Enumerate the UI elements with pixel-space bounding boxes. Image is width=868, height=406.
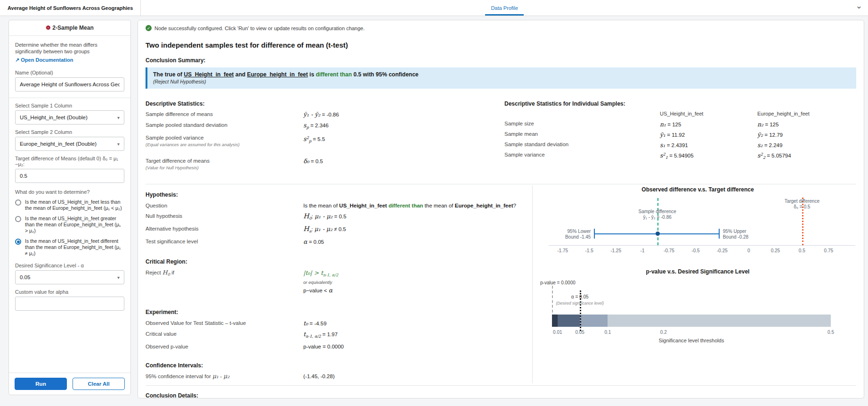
pvalue-vs-significance-chart: p-value v.s. Desired Significance Levelp… [539,268,856,348]
sample2-select[interactable]: Europe_height_in_feet (Double) ▾ [15,137,124,151]
table-row: Sample standard deviation s₁ = 2.4391 s₂… [504,141,856,149]
observed-vs-target-chart: Observed difference v.s. Target differen… [539,186,856,258]
critical-region-heading: Critical Region: [146,258,521,265]
results-panel: ✓ Node successfully configured. Click 'R… [138,20,864,398]
custom-alpha-label: Custom value for alpha [15,289,124,295]
open-documentation-link[interactable]: ↗ Open Documentation [15,57,73,63]
run-button[interactable]: Run [15,378,67,390]
descriptive-statistics: Descriptive Statistics: Sample differenc… [146,100,504,174]
radio-selected-icon [15,239,21,245]
summary-line: The true of US_Height_in_feet and Europe… [153,71,851,78]
test-details: Hypothesis: Question Is the mean of US_H… [146,185,533,383]
critical-rule: |t₀| > tn-1, α/2 [303,269,338,279]
conclusion-details: Conclusion Details: Since the absolute v… [146,392,856,398]
form-footer: Run Clear All [9,373,130,395]
analysis-section: Hypothesis: Question Is the mean of US_H… [146,185,856,383]
page-body: ❁2-Sample Mean Determine whether the mea… [0,16,868,398]
radio-icon [15,199,21,206]
hypothesis-row: Null hypothesis H0: μ₁ - μ₂ = 0.5 [146,213,521,222]
individual-samples-statistics: Descriptive Statistics for Individual Sa… [504,100,856,174]
confidence-interval-row: 95% confidence interval for μ₁ - μ₂ (-1.… [146,373,521,380]
critical-pvalue-rule: p−value < α [303,287,338,294]
radio-option-less-than[interactable]: Is the mean of US_Height_in_feet less th… [15,199,124,211]
tab-strip: Data Profile [141,0,868,16]
conclusion-summary-label: Conclusion Summary: [146,57,856,64]
radio-option-different-than[interactable]: Is the mean of US_Height_in_feet differe… [15,238,124,257]
chevron-down-icon: ▾ [117,275,120,280]
custom-alpha-input[interactable] [15,297,124,311]
hypothesis-row: Question Is the mean of US_Height_in_fee… [146,202,521,209]
column-headers: US_Height_in_feet Europe_height_in_feet [504,111,856,116]
conclusion-summary-box: The true of US_Height_in_feet and Europe… [146,67,856,89]
stat-row: Sample difference of means ȳ₁ - ȳ₂ = -0.… [146,111,504,118]
target-difference-label: Target difference of Means (default 0) δ… [15,156,124,167]
critical-region-row: Reject H0 if |t₀| > tn-1, α/2 or equival… [146,269,521,294]
sample2-label: Select Sample 2 Column [15,129,124,135]
stat-row: Sample pooled standard deviation sp = 2.… [146,122,504,131]
clear-all-button[interactable]: Clear All [73,378,125,390]
sample1-select[interactable]: US_Height_in_feet (Double) ▾ [15,110,124,124]
divider [146,184,856,184]
experiment-row: Observed Value for Test Statistic – t-va… [146,320,521,327]
experiment-heading: Experiment: [146,309,521,315]
stat-row: Target difference of means (Value for Nu… [146,157,504,171]
name-input[interactable] [15,77,124,91]
check-circle-icon: ✓ [146,25,152,31]
critical-equivalently: or equivalently [303,279,338,286]
chevron-down-icon[interactable]: ⌄ [856,1,862,11]
divider [146,385,856,386]
column-header-sample2: Europe_height_in_feet [757,111,855,116]
table-row: Sample mean ȳ₁ = 11.92 ȳ₂ = 12.79 [504,131,856,138]
status-message: ✓ Node successfully configured. Click 'R… [146,25,856,31]
config-panel: ❁2-Sample Mean Determine whether the mea… [8,20,131,395]
workflow-tab[interactable]: Average Height of Sunflowers Across Geog… [0,0,141,16]
statistics-section: Descriptive Statistics: Sample differenc… [146,100,856,174]
experiment-row: Observed p-value p-value = 0.0000 [146,343,521,350]
external-link-icon: ↗ [15,57,19,63]
charts-column: Observed difference v.s. Target differen… [533,185,856,383]
summary-subline: (Reject Null Hypothesis) [153,79,851,84]
column-header-sample1: US_Height_in_feet [660,111,757,116]
chevron-down-icon: ▾ [117,115,120,120]
tool-flower-icon: ❁ [46,25,50,31]
determine-label: What do you want to determine? [15,189,124,195]
tool-header: ❁2-Sample Mean [9,20,130,36]
significance-level-label: Desired Significance Level - α [15,263,124,268]
name-label: Name (Optional) [15,70,124,75]
hypothesis-row: Test significance level α = 0.05 [146,238,521,246]
table-row: Sample variance s21 = 5.94905 s22 = 5.05… [504,152,856,160]
top-bar: Average Height of Sunflowers Across Geog… [0,0,868,16]
tab-data-profile[interactable]: Data Profile [488,0,520,16]
target-difference-input[interactable] [15,169,124,183]
divider [9,98,130,98]
page-title: Two independent samples test for differe… [146,41,856,49]
sample1-label: Select Sample 1 Column [15,103,124,108]
tool-description: Determine whether the mean differs signi… [15,41,124,55]
stat-row: Sample pooled variance (Equal variances … [146,134,504,148]
chevron-down-icon: ▾ [117,141,120,147]
conclusion-details-heading: Conclusion Details: [146,392,856,398]
hypothesis-row: Alternative hypothesis Ha: μ₁ - μ₂ ≠ 0.5 [146,225,521,235]
config-form: Determine whether the mean differs signi… [9,36,130,373]
significance-level-select[interactable]: 0.05 ▾ [15,270,124,284]
experiment-row: Critical value tn-1, α/2 = 1.97 [146,331,521,340]
radio-option-greater-than[interactable]: Is the mean of US_Height_in_feet greater… [15,215,124,234]
table-row: Sample size n₁ = 125 n₂ = 125 [504,121,856,128]
tool-title: 2-Sample Mean [52,25,93,31]
confidence-intervals-heading: Confidence Intervals: [146,362,521,369]
radio-icon [15,216,21,222]
hypothesis-heading: Hypothesis: [146,191,521,198]
